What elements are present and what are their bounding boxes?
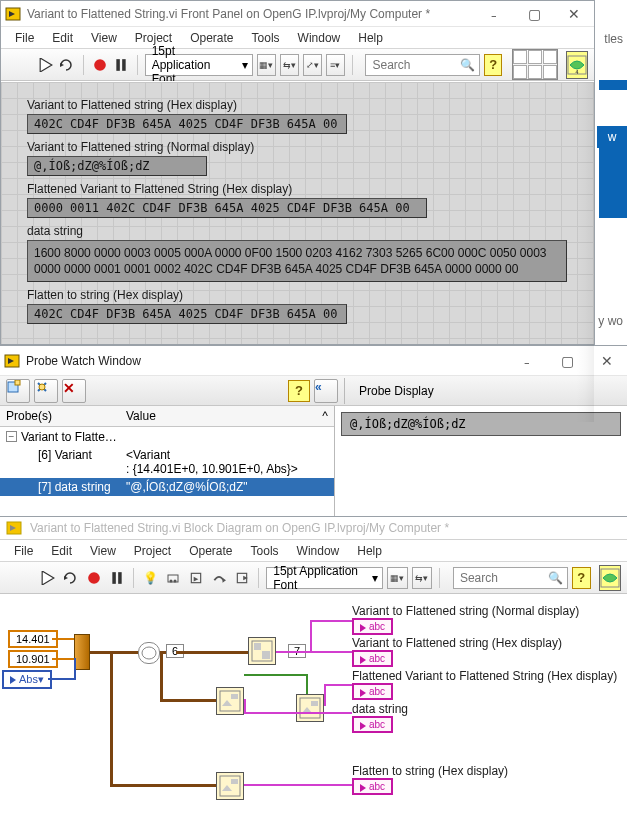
bd-distribute-button[interactable]: ⇆▾ bbox=[412, 567, 433, 589]
delete-probe-button[interactable]: ✕ bbox=[62, 379, 86, 403]
vi-icon[interactable]: 4 bbox=[566, 51, 588, 79]
bd-menu-project[interactable]: Project bbox=[126, 542, 179, 560]
step-out-button[interactable] bbox=[233, 566, 252, 590]
vi-icon-palette[interactable] bbox=[512, 49, 558, 80]
indicator-text: abc bbox=[369, 781, 385, 792]
background-strip-2 bbox=[599, 148, 627, 218]
wire-string bbox=[310, 620, 312, 652]
bd-search-input[interactable] bbox=[458, 570, 548, 586]
menu-edit[interactable]: Edit bbox=[44, 29, 81, 47]
search-box[interactable]: 🔍 bbox=[365, 54, 480, 76]
probe-help-button[interactable]: ? bbox=[288, 380, 310, 402]
menu-view[interactable]: View bbox=[83, 29, 125, 47]
search-input[interactable] bbox=[370, 57, 460, 73]
svg-point-20 bbox=[88, 572, 100, 584]
indicator-hex-display[interactable]: abc bbox=[352, 650, 393, 667]
probe-col-name[interactable]: Probe(s) bbox=[0, 406, 120, 427]
flattened-string-node[interactable] bbox=[296, 694, 324, 722]
font-selector[interactable]: 15pt Application Font ▾ bbox=[145, 54, 253, 76]
wire bbox=[48, 678, 74, 680]
probe-row-7[interactable]: [7] data string "@,ÍOß;dZ@%ÍOß;dZ" bbox=[0, 478, 334, 496]
abort-button[interactable] bbox=[91, 53, 108, 77]
bd-align-button[interactable]: ▦▾ bbox=[387, 567, 408, 589]
collapse-panel-button[interactable]: « bbox=[314, 379, 338, 403]
flatten-to-string-node[interactable] bbox=[216, 772, 244, 800]
wire-cluster bbox=[160, 699, 216, 702]
window-minimize-button[interactable]: ﹘ bbox=[507, 348, 547, 374]
triangle-icon bbox=[360, 722, 366, 730]
bundle-node[interactable] bbox=[74, 634, 90, 670]
block-diagram-titlebar: Variant to Flattened String.vi Block Dia… bbox=[0, 517, 627, 540]
run-continuous-button[interactable] bbox=[59, 53, 76, 77]
window-close-button[interactable]: ✕ bbox=[587, 348, 627, 374]
constant-14-401[interactable]: 14.401 bbox=[8, 630, 58, 648]
bd-menu-window[interactable]: Window bbox=[289, 542, 348, 560]
window-minimize-button[interactable]: ﹘ bbox=[474, 1, 514, 27]
bd-pause-button[interactable] bbox=[107, 566, 126, 590]
constant-abs[interactable]: Abs▾ bbox=[2, 670, 52, 689]
flatten-variant-node[interactable] bbox=[216, 687, 244, 715]
field1-value[interactable]: 402C CD4F DF3B 645A 4025 CD4F DF3B 645A … bbox=[27, 114, 347, 134]
block-diagram-title: Variant to Flattened String.vi Block Dia… bbox=[30, 521, 449, 535]
field4-value[interactable]: 1600 8000 0000 0003 0005 000A 0000 0F00 … bbox=[27, 240, 567, 282]
bd-menu-file[interactable]: File bbox=[6, 542, 41, 560]
probe-col-scroll-marker: ^ bbox=[316, 406, 334, 427]
bd-run-continuous-button[interactable] bbox=[62, 566, 81, 590]
bd-vi-icon[interactable] bbox=[599, 565, 621, 591]
indicator-text: abc bbox=[369, 686, 385, 697]
probe-display-value[interactable]: @,ÍOß;dZ@%ÍOß;dZ bbox=[341, 412, 621, 436]
align-objects-button[interactable]: ▦▾ bbox=[257, 54, 276, 76]
probe-row-6[interactable]: [6] Variant <Variant : {14.401E+0, 10.90… bbox=[0, 446, 334, 478]
select-probe-button[interactable] bbox=[34, 379, 58, 403]
indicator-flatten-to-string[interactable]: abc bbox=[352, 778, 393, 795]
field2-value[interactable]: @,ÍOß;dZ@%ÍOß;dZ bbox=[27, 156, 207, 176]
indicator-data-string[interactable]: abc bbox=[352, 716, 393, 733]
probe-root-row[interactable]: −Variant to Flattened String.vi bbox=[0, 427, 334, 446]
search-icon: 🔍 bbox=[460, 58, 475, 72]
indicator-normal-display[interactable]: abc bbox=[352, 618, 393, 635]
svg-rect-39 bbox=[231, 779, 238, 784]
window-maximize-button[interactable]: ▢ bbox=[514, 1, 554, 27]
step-over-button[interactable] bbox=[210, 566, 229, 590]
bd-search-box[interactable]: 🔍 bbox=[453, 567, 568, 589]
bd-menu-edit[interactable]: Edit bbox=[43, 542, 80, 560]
bd-run-button[interactable] bbox=[39, 566, 58, 590]
window-close-button[interactable]: ✕ bbox=[554, 1, 594, 27]
front-panel-area[interactable]: Variant to Flattened string (Hex display… bbox=[1, 81, 594, 344]
bd-menu-operate[interactable]: Operate bbox=[181, 542, 240, 560]
block-diagram-area[interactable]: 14.401 10.901 Abs▾ 6 7 bbox=[0, 594, 627, 824]
font-selector-label: 15pt Application Font bbox=[152, 44, 236, 86]
variant-to-flattened-string-node[interactable] bbox=[248, 637, 276, 665]
menu-help[interactable]: Help bbox=[350, 29, 391, 47]
menu-window[interactable]: Window bbox=[290, 29, 349, 47]
bd-help-button[interactable]: ? bbox=[572, 567, 591, 589]
context-help-button[interactable]: ? bbox=[484, 54, 501, 76]
to-variant-node[interactable] bbox=[138, 642, 160, 664]
resize-objects-button[interactable]: ⤢▾ bbox=[303, 54, 322, 76]
bd-menu-view[interactable]: View bbox=[82, 542, 124, 560]
bd-menu-help[interactable]: Help bbox=[349, 542, 390, 560]
indicator-flattened-variant[interactable]: abc bbox=[352, 683, 393, 700]
field5-value[interactable]: 402C CD4F DF3B 645A 4025 CD4F DF3B 645A … bbox=[27, 304, 347, 324]
bd-font-selector[interactable]: 15pt Application Font ▾ bbox=[266, 567, 383, 589]
wire-cluster bbox=[160, 651, 163, 701]
retain-wire-values-button[interactable] bbox=[164, 566, 183, 590]
constant-10-901[interactable]: 10.901 bbox=[8, 650, 58, 668]
run-button[interactable] bbox=[37, 53, 54, 77]
pause-button[interactable] bbox=[112, 53, 129, 77]
tree-collapse-icon[interactable]: − bbox=[6, 431, 17, 442]
bd-abort-button[interactable] bbox=[84, 566, 103, 590]
probe-list[interactable]: Probe(s) Value ^ −Variant to Flattened S… bbox=[0, 406, 335, 516]
step-into-button[interactable] bbox=[187, 566, 206, 590]
bd-menu-tools[interactable]: Tools bbox=[243, 542, 287, 560]
distribute-objects-button[interactable]: ⇆▾ bbox=[280, 54, 299, 76]
constant-abs-label: Abs bbox=[19, 673, 38, 685]
probe-col-value[interactable]: Value bbox=[120, 406, 316, 427]
menu-tools[interactable]: Tools bbox=[244, 29, 288, 47]
menu-file[interactable]: File bbox=[7, 29, 42, 47]
window-maximize-button[interactable]: ▢ bbox=[547, 348, 587, 374]
new-probe-button[interactable] bbox=[6, 379, 30, 403]
reorder-button[interactable]: ≡▾ bbox=[326, 54, 345, 76]
highlight-execution-button[interactable]: 💡 bbox=[141, 566, 160, 590]
field3-value[interactable]: 0000 0011 402C CD4F DF3B 645A 4025 CD4F … bbox=[27, 198, 427, 218]
